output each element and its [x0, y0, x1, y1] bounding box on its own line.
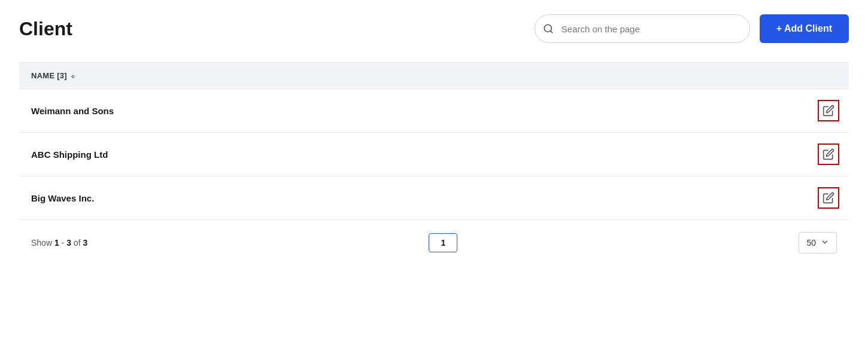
range-end: 3 — [66, 238, 71, 248]
add-client-button[interactable]: + Add Client — [760, 14, 849, 43]
sort-icon: ⬦ — [71, 72, 75, 80]
chevron-down-icon — [821, 238, 829, 248]
client-name: ABC Shipping Ltd — [31, 149, 108, 160]
edit-button[interactable] — [820, 190, 837, 206]
svg-line-1 — [550, 30, 552, 32]
edit-button[interactable] — [820, 102, 837, 119]
search-input[interactable] — [535, 14, 750, 43]
client-name: Big Waves Inc. — [31, 193, 94, 203]
pagination-bar: Show 1 - 3 of 3 50 — [19, 220, 849, 254]
page-container: Client + Add Client NAME [3] ⬦ — [0, 0, 868, 268]
page-title: Client — [19, 18, 72, 40]
show-label-text: Show — [31, 238, 52, 248]
search-container — [535, 14, 750, 43]
page-number-input[interactable] — [429, 233, 457, 252]
header-right: + Add Client — [535, 14, 849, 43]
name-column-header: NAME [3] ⬦ — [31, 71, 75, 80]
per-page-value: 50 — [806, 238, 816, 248]
table-header-row: NAME [3] ⬦ — [19, 63, 849, 89]
edit-button[interactable] — [820, 146, 837, 163]
table-row: Big Waves Inc. — [19, 176, 849, 220]
client-name: Weimann and Sons — [31, 106, 114, 116]
clients-table: NAME [3] ⬦ Weimann and Sons ABC Shipping… — [19, 62, 849, 220]
table-row: ABC Shipping Ltd — [19, 133, 849, 176]
range-start: 1 — [54, 238, 59, 248]
total-count: 3 — [83, 238, 87, 248]
table-row: Weimann and Sons — [19, 89, 849, 133]
search-icon — [543, 23, 554, 34]
page-header: Client + Add Client — [19, 14, 849, 43]
show-range: Show 1 - 3 of 3 — [31, 237, 87, 248]
per-page-selector[interactable]: 50 — [799, 232, 837, 254]
